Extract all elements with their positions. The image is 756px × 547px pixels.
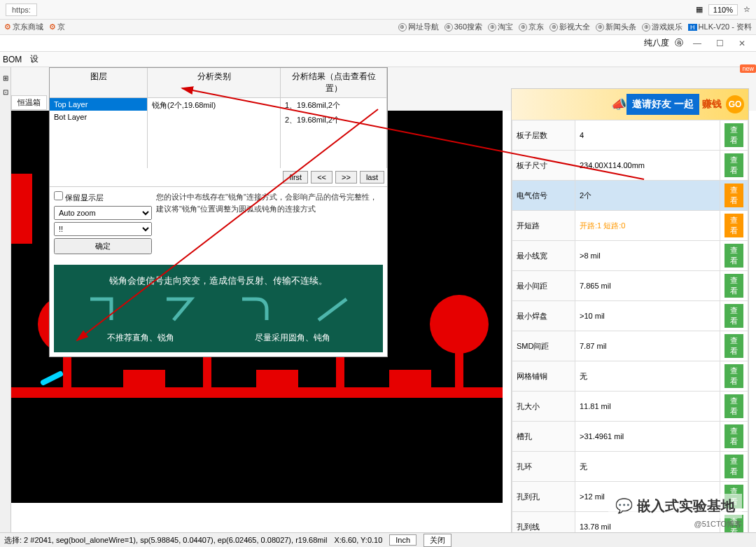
invite-banner[interactable]: 📣 邀请好友 一起 赚钱 GO [512,89,748,120]
check-key: 开短路 [512,211,575,241]
result-item[interactable]: 1、19.68mil,2个 [281,98,386,113]
tool-icon[interactable]: ⊡ [0,88,10,102]
check-key: 孔大小 [512,392,575,422]
view-button[interactable]: 查看 [724,334,743,358]
check-value: 234.00X114.00mm [575,151,720,181]
tip-title: 锐角会使信号走向突变，造成信号反射、传输不连续。 [66,275,370,287]
check-value: 无 [575,361,720,392]
qr-icon[interactable]: ▦ [696,5,703,14]
layer-item[interactable]: Bot Layer [50,111,147,123]
bookmark-item[interactable]: ⊕影视大全 [550,22,590,32]
check-value: >10 mil [575,301,720,331]
check-row: 板子尺寸234.00X114.00mm查看 [512,151,748,181]
status-bar: 选择: 2 #2041, seg(bool_aloneWire=1), sp(5… [0,532,756,547]
prev-button[interactable]: << [311,171,332,184]
content-area: ⊞ ⊡ new 恒温箱 图层 分析类别 分析 [0,67,756,532]
check-value: 11.81 mil [575,392,720,422]
tip-box: 锐角会使信号走向突变，造成信号反射、传输不连续。 不推荐直角、锐角 尽量采用圆角… [54,265,383,352]
check-key: 槽孔 [512,422,575,452]
view-button[interactable]: 查看 [724,184,743,207]
category-list: 锐角(2个,19.68mil) [148,98,281,168]
view-button[interactable]: 查看 [724,274,743,298]
check-row: 网格铺铜无查看 [512,361,748,392]
bookmark-item[interactable]: ⊕网址导航 [398,22,439,32]
ok-button[interactable]: 确定 [54,238,152,254]
bookmark-hlk[interactable]: HHLK-V20 - 资料 [688,22,752,32]
check-key: 最小线宽 [512,241,575,271]
svg-rect-9 [123,370,165,391]
menu-bom[interactable]: BOM [3,55,22,64]
menu-settings[interactable]: 设 [30,53,38,65]
next-button[interactable]: >> [335,171,357,184]
acute-angle-icon [163,296,198,325]
close-button[interactable]: ✕ [734,37,750,50]
last-button[interactable]: last [360,171,384,184]
pager: first << >> last [50,168,387,187]
go-button[interactable]: GO [726,95,744,113]
bookmark-item[interactable]: ⚙京 [49,22,65,32]
view-button[interactable]: 查看 [724,123,743,147]
check-key: 板子层数 [512,120,575,151]
check-value: >31.4961 mil [575,422,720,452]
category-item[interactable]: 锐角(2个,19.68mil) [148,98,280,113]
svg-rect-12 [11,174,32,244]
bookmark-item[interactable]: ⊕360搜索 [444,22,482,32]
right-angle-icon [87,296,122,325]
view-button[interactable]: 查看 [724,364,743,388]
svg-rect-8 [455,345,463,391]
layer-item[interactable]: Top Layer [50,98,147,111]
close-status-button[interactable]: 关闭 [424,534,451,547]
bookmark-item[interactable]: ⊕京东 [519,22,544,32]
filter-select[interactable]: !! [54,222,152,236]
banner-earn: 赚钱 [702,98,722,111]
view-button[interactable]: 查看 [724,214,743,237]
first-button[interactable]: first [283,171,308,184]
view-button[interactable]: 查看 [724,394,743,418]
url-box[interactable]: https: [6,4,37,16]
check-value: 4 [575,120,720,151]
bookmarks-bar: ⚙京东商城 ⚙京 ⊕网址导航 ⊕360搜索 ⊕淘宝 ⊕京东 ⊕影视大全 ⊕新闻头… [0,20,756,35]
layer-list: Top Layer Bot Layer [50,98,148,168]
check-value: 2个 [575,181,720,211]
xy-status: X:6.60, Y:0.10 [334,536,382,544]
minimize-button[interactable]: — [689,37,706,50]
unit-button[interactable]: Inch [389,534,416,546]
new-badge: new [740,64,756,73]
svg-rect-10 [256,370,298,391]
check-row: 孔环无查看 [512,452,748,482]
check-value: 开路:1 短路:0 [575,211,720,241]
tip-left: 不推荐直角、锐角 [107,332,174,344]
banner-text: 邀请好友 一起 [626,94,699,115]
view-button[interactable]: 查看 [724,304,743,328]
right-panel: 📣 邀请好友 一起 赚钱 GO 板子层数4查看板子尺寸234.00X114.00… [511,88,749,547]
analysis-panel: 图层 分析类别 分析结果（点击查看位置） Top Layer Bot Layer… [49,67,388,357]
tool-icon[interactable]: ⊞ [0,74,10,88]
check-key: 孔环 [512,452,575,482]
check-row: 最小焊盘>10 mil查看 [512,301,748,331]
keep-display-checkbox[interactable]: 保留显示层 [54,191,152,203]
svg-rect-11 [389,370,431,391]
star-icon[interactable]: ☆ [743,5,750,14]
view-button[interactable]: 查看 [724,244,743,268]
watermark-sub: @51CTO博客 [694,519,742,529]
user-icon[interactable]: ⓐ [675,37,683,49]
bookmark-item[interactable]: ⚙京东商城 [4,22,43,32]
zoom-level[interactable]: 110% [708,4,738,15]
check-row: 最小线宽>8 mil查看 [512,241,748,271]
check-key: 板子尺寸 [512,151,575,181]
result-item[interactable]: 2、19.68mil,2个 [281,113,386,127]
check-row: 孔大小11.81 mil查看 [512,392,748,422]
check-row: 最小间距7.865 mil查看 [512,271,748,301]
maximize-button[interactable]: ☐ [711,37,728,50]
selection-status: 选择: 2 #2041, seg(bool_aloneWire=1), sp(5… [4,535,327,546]
bookmark-item[interactable]: ⊕新闻头条 [596,22,636,32]
result-list: 1、19.68mil,2个 2、19.68mil,2个 [281,98,387,168]
bookmark-item[interactable]: ⊕淘宝 [488,22,513,32]
bookmark-item[interactable]: ⊕游戏娱乐 [642,22,682,32]
filter-tab[interactable]: 恒温箱 [11,95,47,110]
view-button[interactable]: 查看 [724,455,743,478]
view-button[interactable]: 查看 [724,153,743,177]
tip-right: 尽量采用圆角、钝角 [255,332,330,344]
zoom-select[interactable]: Auto zoom [54,206,152,220]
view-button[interactable]: 查看 [724,424,743,448]
